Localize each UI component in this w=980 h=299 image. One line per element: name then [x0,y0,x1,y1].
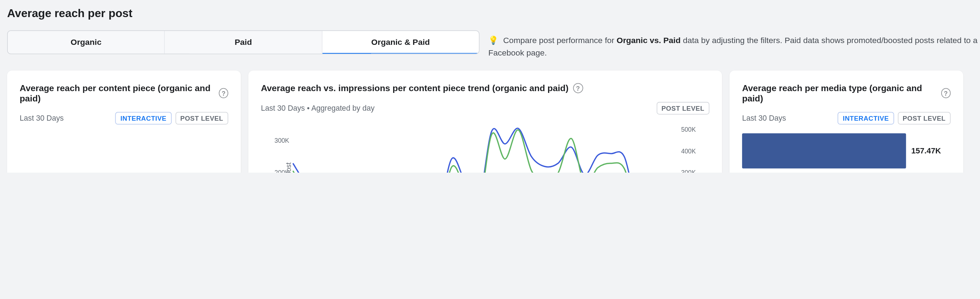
help-icon[interactable]: ? [941,88,950,98]
trend-period: Last 30 Days • Aggregated by day [261,104,375,113]
trend-line-chart[interactable]: 0100K200K300K0100K200K300K400K500KDec 12… [265,121,705,173]
card-avg-reach-kpi: Average reach per content piece (organic… [7,71,241,173]
tab-bar: Organic Paid Organic & Paid [7,30,480,54]
bulb-icon: 💡 [488,35,498,45]
info-note: 💡 Compare post performance for Organic v… [488,30,980,59]
bar-video [742,134,906,169]
svg-text:500K: 500K [681,126,696,134]
help-icon[interactable]: ? [573,83,583,93]
card-media-type: Average reach per media type (organic an… [730,71,963,173]
bar-category-video: Video [742,172,951,173]
svg-text:400K: 400K [681,148,696,155]
tab-organic-and-paid[interactable]: Organic & Paid [322,31,479,54]
badge-interactive[interactable]: INTERACTIVE [838,112,894,125]
kpi-value: 144 337 [70,168,178,173]
note-text-bold: Organic vs. Paid [617,35,681,45]
badge-interactive[interactable]: INTERACTIVE [115,112,172,125]
note-text-pre: Compare post performance for [503,35,617,45]
media-title: Average reach per media type (organic an… [742,83,937,103]
y-axis-left-label: Avg. reach per post [285,163,292,173]
trend-title: Average reach vs. impressions per conten… [261,83,569,93]
tab-organic[interactable]: Organic [8,31,165,54]
bar-value-video: 157.47K [911,147,941,156]
badge-post-level[interactable]: POST LEVEL [656,102,710,115]
kpi-title: Average reach per content piece (organic… [19,83,215,103]
badge-post-level[interactable]: POST LEVEL [898,112,951,125]
page-title: Average reach per post [7,7,980,20]
media-period: Last 30 Days [742,114,786,123]
kpi-period: Last 30 Days [19,114,64,123]
bar-row-video[interactable]: 157.47K Video [742,134,951,173]
help-icon[interactable]: ? [219,88,228,98]
svg-text:300K: 300K [275,137,289,144]
tab-paid[interactable]: Paid [165,31,322,54]
badge-post-level[interactable]: POST LEVEL [175,112,228,125]
card-trend: Average reach vs. impressions per conten… [248,71,722,173]
svg-text:300K: 300K [681,169,696,173]
